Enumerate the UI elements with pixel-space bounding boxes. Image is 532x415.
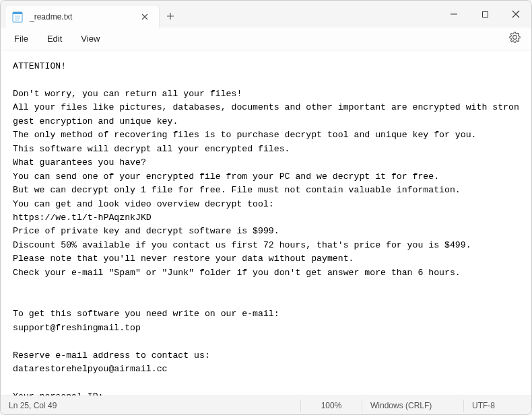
tab-title: _readme.txt	[30, 12, 137, 22]
gear-icon	[509, 32, 521, 43]
status-position[interactable]: Ln 25, Col 49	[1, 396, 65, 414]
status-line-ending[interactable]: Windows (CRLF)	[362, 396, 463, 414]
menu-file[interactable]: File	[5, 30, 38, 48]
tab-active[interactable]: _readme.txt	[5, 5, 160, 28]
statusbar: Ln 25, Col 49 100% Windows (CRLF) UTF-8	[1, 395, 531, 414]
notepad-icon	[12, 11, 23, 23]
svg-rect-1	[13, 12, 22, 14]
document-text: ATTENTION! Don't worry, you can return a…	[13, 61, 519, 395]
status-encoding[interactable]: UTF-8	[464, 396, 531, 414]
menu-view[interactable]: View	[71, 30, 109, 48]
menubar: File Edit View	[1, 28, 531, 50]
close-button[interactable]	[500, 1, 531, 28]
svg-rect-10	[482, 11, 488, 17]
text-editor-area[interactable]: ATTENTION! Don't worry, you can return a…	[1, 50, 531, 395]
settings-button[interactable]	[502, 28, 527, 50]
maximize-button[interactable]	[469, 1, 500, 28]
menu-edit[interactable]: Edit	[38, 30, 71, 48]
titlebar: _readme.txt	[1, 1, 531, 28]
new-tab-button[interactable]	[160, 5, 181, 28]
window-controls	[438, 1, 531, 28]
minimize-button[interactable]	[438, 1, 469, 28]
status-zoom[interactable]: 100%	[301, 396, 362, 414]
tab-close-button[interactable]	[137, 10, 152, 24]
